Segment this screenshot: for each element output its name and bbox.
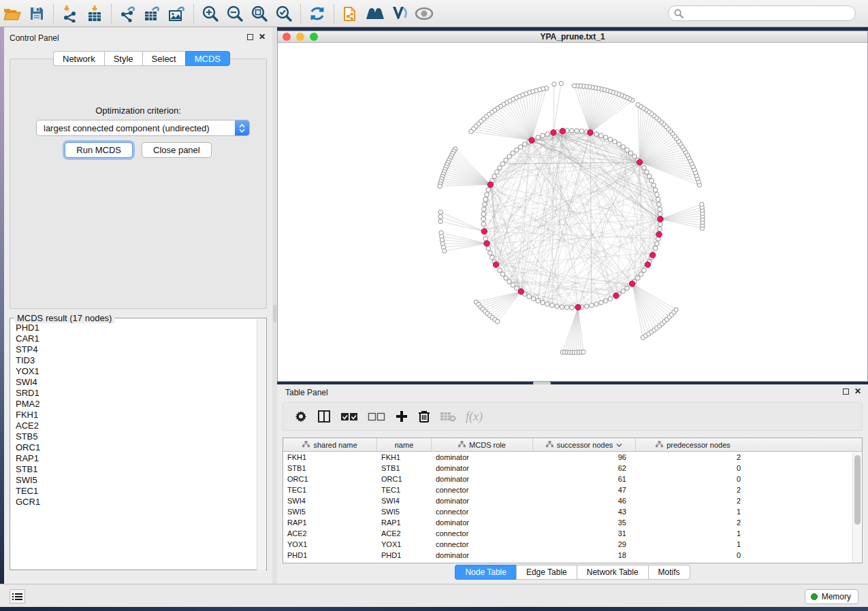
save-icon[interactable] [25,2,49,25]
network-node[interactable] [500,272,505,277]
network-node[interactable] [443,248,447,252]
show-hide-eye-icon[interactable] [412,2,436,25]
network-node[interactable] [438,184,442,188]
table-row[interactable]: STB1STB1dominator620 [283,463,852,474]
network-node[interactable] [541,300,545,305]
mcds-result-item[interactable]: STB5 [11,431,257,442]
network-node[interactable] [541,133,545,138]
tab-edge-table[interactable]: Edge Table [516,565,577,580]
network-node[interactable] [486,188,491,193]
dominator-node[interactable] [588,130,593,135]
table-cell[interactable]: 18 [533,550,636,561]
network-node[interactable] [636,103,640,107]
column-header-predecessor-nodes[interactable]: predecessor nodes [636,438,750,451]
network-node[interactable] [579,129,584,134]
search-box[interactable] [668,5,856,21]
mcds-result-item[interactable]: PMA2 [11,399,257,410]
table-cell[interactable]: ORC1 [377,474,432,484]
open-folder-icon[interactable] [0,2,25,25]
network-node[interactable] [645,170,649,175]
tab-motifs[interactable]: Motifs [648,565,690,580]
network-node[interactable] [504,158,509,163]
table-cell[interactable]: 31 [533,528,636,539]
network-node[interactable] [438,219,443,223]
column-header-successor-nodes[interactable]: successor nodes [533,438,636,451]
zoom-in-icon[interactable] [198,2,223,25]
network-node[interactable] [570,129,575,133]
mcds-result-list[interactable]: PHD1CAR1STP4TID3YOX1SWI4SRD1PMA2FKH1ACE2… [11,323,257,569]
network-node[interactable] [552,82,556,86]
network-node[interactable] [656,197,660,202]
network-node[interactable] [590,303,594,308]
network-canvas[interactable] [278,43,867,381]
dominator-node[interactable] [629,281,634,286]
table-cell[interactable]: 47 [533,484,636,495]
dominator-node[interactable] [575,304,581,310]
network-node[interactable] [594,132,599,137]
dominator-node[interactable] [613,293,619,298]
network-window-titlebar[interactable]: YPA_prune.txt_1 [278,31,867,43]
table-cell[interactable]: 0 [636,550,750,561]
splitter-grip[interactable] [273,305,276,323]
run-mcds-button[interactable]: Run MCDS [65,142,133,158]
table-row[interactable]: RAP1RAP1dominator352 [283,517,852,528]
table-cell[interactable]: dominator [432,517,533,528]
table-cell[interactable]: 0 [636,474,750,484]
column-header-shared-name[interactable]: shared name [283,438,377,451]
network-node[interactable] [575,129,579,133]
close-panel-button[interactable]: Close panel [142,142,212,158]
network-node[interactable] [621,145,626,150]
table-cell[interactable]: 2 [636,495,750,506]
table-row[interactable]: YOX1YOX1connector291 [283,539,852,550]
float-table-panel-icon[interactable] [843,389,849,395]
dominator-node[interactable] [484,241,489,246]
table-cell[interactable]: 43 [533,506,636,517]
mcds-result-item[interactable]: ACE2 [11,420,257,431]
network-node[interactable] [488,250,493,255]
mcds-result-item[interactable]: STB1 [11,464,257,475]
table-cell[interactable]: dominator [432,495,533,506]
network-node[interactable] [674,308,678,312]
select-all-checkboxes-icon[interactable] [340,412,358,421]
network-node[interactable] [658,227,662,231]
network-node[interactable] [632,154,637,159]
close-panel-icon[interactable]: ✕ [259,34,266,40]
network-node[interactable] [492,174,497,179]
network-node[interactable] [570,306,575,310]
network-node[interactable] [560,305,564,310]
network-node[interactable] [500,162,505,167]
dominator-node[interactable] [529,137,534,143]
float-panel-icon[interactable] [247,34,253,40]
network-node[interactable] [658,222,662,227]
table-cell[interactable]: STB1 [283,463,377,474]
mcds-result-item[interactable]: PHD1 [11,323,257,333]
table-cell[interactable]: PHD1 [377,550,432,561]
mcds-result-item[interactable]: SWI5 [11,475,257,486]
table-cell[interactable]: 29 [533,539,636,550]
network-node[interactable] [511,283,515,288]
table-cell[interactable]: 1 [636,528,750,539]
dominator-node[interactable] [650,252,656,258]
table-cell[interactable]: FKH1 [377,452,432,463]
network-node[interactable] [572,84,576,88]
network-node[interactable] [658,212,662,216]
network-node[interactable] [523,142,528,147]
table-cell[interactable]: dominator [432,550,533,561]
network-node[interactable] [495,170,500,175]
network-node[interactable] [653,246,658,251]
task-history-button[interactable] [10,589,25,604]
dominator-node[interactable] [658,216,663,222]
table-cell[interactable]: connector [432,506,533,517]
table-cell[interactable]: TEC1 [283,484,377,495]
network-node[interactable] [481,212,486,216]
table-cell[interactable]: ACE2 [377,528,432,539]
search-binoculars-icon[interactable] [363,2,387,25]
network-node[interactable] [617,142,622,147]
dominator-node[interactable] [518,288,524,294]
table-scrollbar-thumb[interactable] [854,455,861,525]
vertical-splitter[interactable] [272,27,277,584]
table-cell[interactable]: 2 [636,484,750,495]
close-table-panel-icon[interactable]: ✕ [854,389,861,395]
network-node[interactable] [536,135,541,140]
network-node[interactable] [511,151,515,156]
